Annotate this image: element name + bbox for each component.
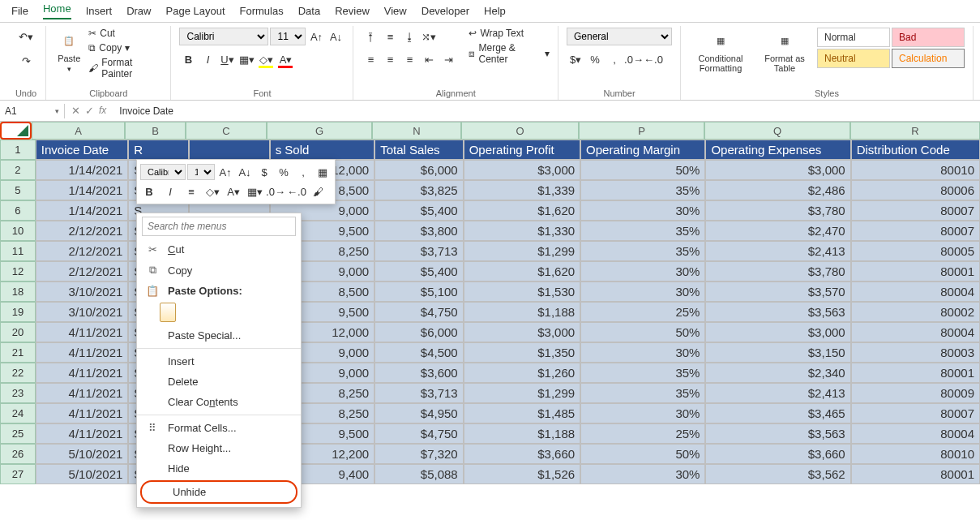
ctx-format-cells[interactable]: ⠿Format Cells... <box>137 418 301 438</box>
cell-A20[interactable]: 4/11/2021 <box>36 322 129 342</box>
indent-inc-icon[interactable]: ⇥ <box>439 50 457 68</box>
mini-table-icon[interactable]: ▦ <box>314 163 332 181</box>
conditional-formatting-button[interactable]: ▦Conditional Formatting <box>689 28 752 75</box>
cell-N2[interactable]: $6,000 <box>374 160 464 180</box>
cell-Q21[interactable]: $3,150 <box>705 342 850 363</box>
cell-Q10[interactable]: $2,470 <box>705 221 850 241</box>
cell-N11[interactable]: $3,713 <box>374 241 464 261</box>
align-bottom-icon[interactable]: ⭳ <box>400 28 418 45</box>
row-header-1[interactable]: 1 <box>0 140 36 160</box>
cell-R11[interactable]: 80005 <box>851 241 980 261</box>
cell-N27[interactable]: $5,088 <box>374 464 464 484</box>
cell-O27[interactable]: $1,526 <box>464 464 580 484</box>
cell-P6[interactable]: 30% <box>580 200 705 221</box>
cell-Q1[interactable]: Operating Expenses <box>705 140 850 160</box>
paste-option-icon[interactable] <box>160 303 176 322</box>
accounting-icon[interactable]: $▾ <box>567 50 584 68</box>
cell-P20[interactable]: 50% <box>580 322 705 342</box>
cell-A23[interactable]: 4/11/2021 <box>36 383 129 403</box>
menu-page-layout[interactable]: Page Layout <box>166 5 225 17</box>
cell-A22[interactable]: 4/11/2021 <box>36 363 129 383</box>
cell-N5[interactable]: $3,825 <box>374 180 464 200</box>
cell-R21[interactable]: 80003 <box>851 342 980 363</box>
cell-A27[interactable]: 5/10/2021 <box>36 464 129 484</box>
cell-P12[interactable]: 30% <box>580 261 705 281</box>
menu-review[interactable]: Review <box>335 5 370 17</box>
cell-Q24[interactable]: $3,465 <box>705 403 850 423</box>
underline-button[interactable]: U▾ <box>218 50 236 68</box>
ctx-insert[interactable]: Insert <box>137 351 301 372</box>
ctx-clear-contents[interactable]: Clear Contents <box>137 392 301 412</box>
cell-N12[interactable]: $5,400 <box>374 261 464 281</box>
cell-Q2[interactable]: $3,000 <box>705 160 850 180</box>
ctx-cut[interactable]: ✂Cut <box>137 239 301 260</box>
context-search-input[interactable] <box>142 217 296 236</box>
cell-P24[interactable]: 30% <box>580 403 705 423</box>
format-painter-button[interactable]: 🖌 Format Painter <box>88 57 162 80</box>
decrease-decimal-icon[interactable]: ←.0 <box>644 50 662 68</box>
row-header-20[interactable]: 20 <box>0 322 36 342</box>
col-header-N[interactable]: N <box>372 122 461 140</box>
cell-N20[interactable]: $6,000 <box>374 322 464 342</box>
row-header-11[interactable]: 11 <box>0 241 36 261</box>
row-header-22[interactable]: 22 <box>0 363 36 383</box>
row-header-26[interactable]: 26 <box>0 444 36 464</box>
mini-align-icon[interactable]: ≡ <box>182 183 200 200</box>
row-header-18[interactable]: 18 <box>0 281 36 302</box>
menu-home[interactable]: Home <box>43 2 71 19</box>
indent-dec-icon[interactable]: ⇤ <box>420 50 438 68</box>
cell-O23[interactable]: $1,299 <box>464 383 580 403</box>
undo-button[interactable]: ↶▾ <box>17 28 35 45</box>
cell-N24[interactable]: $4,950 <box>374 403 464 423</box>
align-right-icon[interactable]: ≡ <box>400 50 418 68</box>
cell-N21[interactable]: $4,500 <box>374 342 464 363</box>
align-center-icon[interactable]: ≡ <box>381 50 399 68</box>
menu-view[interactable]: View <box>384 5 407 17</box>
cell-Q18[interactable]: $3,570 <box>705 281 850 302</box>
enter-formula-icon[interactable]: ✓ <box>85 105 94 117</box>
cancel-formula-icon[interactable]: ✕ <box>71 105 80 117</box>
cell-N26[interactable]: $7,320 <box>374 444 464 464</box>
font-color-button[interactable]: A▾ <box>276 50 294 68</box>
cell-R23[interactable]: 80009 <box>851 383 980 403</box>
cell-O18[interactable]: $1,530 <box>464 281 580 302</box>
cell-N10[interactable]: $3,800 <box>374 221 464 241</box>
percent-icon[interactable]: % <box>586 50 604 68</box>
mini-inc-font-icon[interactable]: A↑ <box>216 163 234 181</box>
cell-C1[interactable] <box>189 140 270 160</box>
cell-O19[interactable]: $1,188 <box>464 302 580 322</box>
row-header-10[interactable]: 10 <box>0 221 36 241</box>
cell-Q19[interactable]: $3,563 <box>705 302 850 322</box>
mini-fill-icon[interactable]: ◇▾ <box>203 183 221 200</box>
cell-P1[interactable]: Operating Margin <box>580 140 705 160</box>
style-neutral[interactable]: Neutral <box>817 49 890 68</box>
cell-N6[interactable]: $5,400 <box>374 200 464 221</box>
orientation-icon[interactable]: ⤭▾ <box>420 28 438 45</box>
mini-border-icon[interactable]: ▦▾ <box>246 183 263 200</box>
mini-size-select[interactable]: 11 <box>187 164 215 180</box>
cell-O20[interactable]: $3,000 <box>464 322 580 342</box>
col-header-P[interactable]: P <box>579 122 704 140</box>
cell-O2[interactable]: $3,000 <box>464 160 580 180</box>
cell-P5[interactable]: 35% <box>580 180 705 200</box>
ctx-delete[interactable]: Delete <box>137 372 301 392</box>
cell-Q25[interactable]: $3,563 <box>705 423 850 444</box>
merge-center-button[interactable]: ⧈ Merge & Center ▾ <box>469 42 550 65</box>
menu-developer[interactable]: Developer <box>422 5 469 17</box>
cell-A24[interactable]: 4/11/2021 <box>36 403 129 423</box>
cell-R6[interactable]: 80007 <box>851 200 980 221</box>
mini-percent-icon[interactable]: % <box>275 163 293 181</box>
ctx-copy[interactable]: ⧉Copy <box>137 260 301 281</box>
cell-P18[interactable]: 30% <box>580 281 705 302</box>
row-header-21[interactable]: 21 <box>0 342 36 363</box>
cell-R22[interactable]: 80001 <box>851 363 980 383</box>
cell-A18[interactable]: 3/10/2021 <box>36 281 129 302</box>
mini-inc-dec-icon[interactable]: .0→ <box>267 183 285 200</box>
cell-O25[interactable]: $1,188 <box>464 423 580 444</box>
cell-O22[interactable]: $1,260 <box>464 363 580 383</box>
cell-A6[interactable]: 1/14/2021 <box>36 200 129 221</box>
menu-file[interactable]: File <box>11 5 28 17</box>
cell-O6[interactable]: $1,620 <box>464 200 580 221</box>
cell-P27[interactable]: 30% <box>580 464 705 484</box>
cell-Q11[interactable]: $2,413 <box>705 241 850 261</box>
